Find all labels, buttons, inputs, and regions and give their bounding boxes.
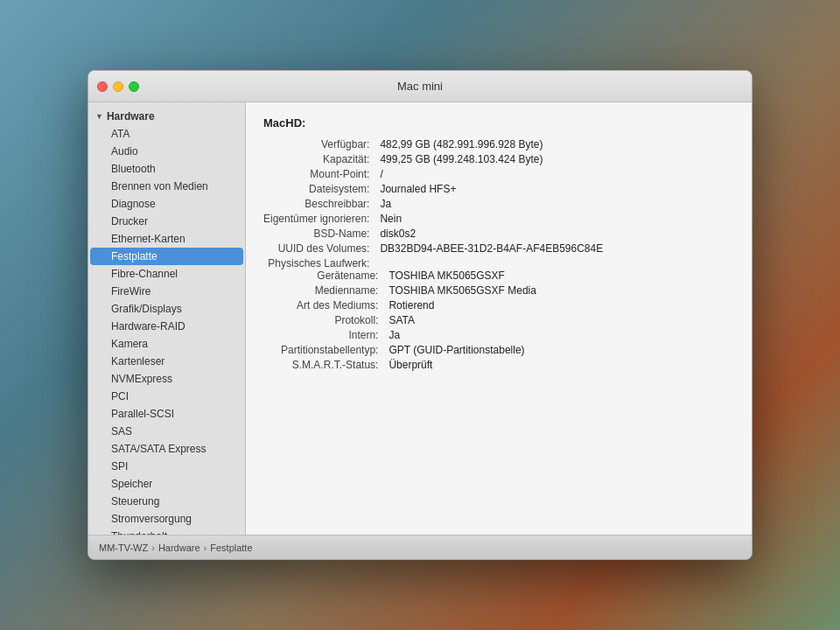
sidebar-item-grafik[interactable]: Grafik/Displays	[90, 300, 243, 318]
sub-label-art: Art des Mediums:	[281, 299, 378, 312]
sidebar-item-fibre[interactable]: Fibre-Channel	[90, 265, 243, 283]
sub-label-intern: Intern:	[281, 329, 378, 341]
sub-value-intern: Ja	[388, 329, 734, 341]
sidebar-item-audio[interactable]: Audio	[90, 143, 243, 160]
value-uuid: DB32BD94-ABEE-31D2-B4AF-AF4EB596C84E	[380, 242, 734, 255]
sidebar-item-stromversorgung[interactable]: Stromversorgung	[90, 510, 243, 528]
sidebar-item-ata[interactable]: ATA	[90, 125, 243, 143]
sidebar-item-kartenleser[interactable]: Kartenleser	[90, 353, 243, 370]
sub-label-geraetename: Gerätename:	[281, 270, 378, 282]
value-eigentuemer: Nein	[380, 213, 734, 225]
value-kapazitaet: 499,25 GB (499.248.103.424 Byte)	[380, 153, 734, 165]
sidebar-item-bluetooth[interactable]: Bluetooth	[90, 160, 243, 178]
titlebar: Mac mini	[88, 71, 752, 102]
sidebar-item-spi[interactable]: SPI	[90, 458, 243, 475]
sidebar-item-kamera[interactable]: Kamera	[90, 335, 243, 353]
sidebar-item-pci[interactable]: PCI	[90, 388, 243, 405]
value-beschreibbar: Ja	[380, 198, 734, 210]
label-dateisystem: Dateisystem:	[263, 183, 369, 195]
traffic-lights	[97, 81, 139, 92]
label-uuid: UUID des Volumes:	[263, 242, 369, 255]
minimize-button[interactable]	[113, 81, 123, 92]
sidebar-item-parallel-scsi[interactable]: Parallel-SCSI	[90, 405, 243, 423]
sub-label-smart: S.M.A.R.T.-Status:	[281, 359, 378, 371]
sidebar-item-brennen[interactable]: Brennen von Medien	[90, 178, 243, 195]
sub-value-art: Rotierend	[388, 299, 734, 312]
statusbar: MM-TV-WZ › Hardware › Festplatte	[88, 535, 752, 559]
sidebar: ▼ Hardware ATA Audio Bluetooth Brennen v…	[88, 102, 246, 535]
value-mount-point: /	[380, 168, 734, 180]
sub-label-partitionstyp: Partitionstabellentyp:	[281, 344, 378, 356]
window-title: Mac mini	[397, 80, 443, 93]
sub-info-grid: Gerätename: TOSHIBA MK5065GSXF Mediennam…	[263, 270, 734, 371]
sub-value-partitionstyp: GPT (GUID-Partitionstabelle)	[388, 344, 734, 356]
sub-value-protokoll: SATA	[388, 314, 734, 326]
sub-label-medienname: Medienname:	[281, 284, 378, 297]
sidebar-item-diagnose[interactable]: Diagnose	[90, 195, 243, 213]
label-bsd-name: BSD-Name:	[263, 228, 369, 240]
info-grid: Verfügbar: 482,99 GB (482.991.996.928 By…	[263, 138, 734, 270]
sub-value-medienname: TOSHIBA MK5065GSXF Media	[388, 284, 734, 297]
window-content: ▼ Hardware ATA Audio Bluetooth Brennen v…	[88, 102, 752, 535]
sidebar-item-thunderbolt[interactable]: Thunderbolt	[90, 528, 243, 535]
sub-value-smart: Überprüft	[388, 359, 734, 371]
sidebar-item-speicher[interactable]: Speicher	[90, 475, 243, 493]
sidebar-item-sas[interactable]: SAS	[90, 423, 243, 440]
maximize-button[interactable]	[129, 81, 139, 92]
label-eigentuemer: Eigentümer ignorieren:	[263, 213, 369, 225]
sidebar-item-hardware-raid[interactable]: Hardware-RAID	[90, 318, 243, 335]
sidebar-item-ethernet[interactable]: Ethernet-Karten	[90, 230, 243, 248]
section-title: MacHD:	[263, 116, 734, 130]
breadcrumb-hardware: Hardware	[158, 542, 200, 553]
breadcrumb-arrow-2: ›	[204, 542, 207, 553]
sidebar-item-nvmexpress[interactable]: NVMExpress	[90, 370, 243, 388]
sub-value-geraetename: TOSHIBA MK5065GSXF	[388, 270, 734, 282]
label-mount-point: Mount-Point:	[263, 168, 369, 180]
breadcrumb-festplatte: Festplatte	[210, 542, 252, 553]
value-physisches	[380, 257, 734, 270]
sidebar-item-festplatte[interactable]: Festplatte	[90, 248, 243, 265]
label-beschreibbar: Beschreibbar:	[263, 198, 369, 210]
system-info-window: Mac mini ▼ Hardware ATA Audio Bluetooth …	[88, 70, 752, 560]
label-physisches: Physisches Laufwerk:	[263, 257, 369, 270]
sidebar-item-firewire[interactable]: FireWire	[90, 283, 243, 300]
sidebar-item-sata[interactable]: SATA/SATA Express	[90, 440, 243, 458]
main-content-area: MacHD: Verfügbar: 482,99 GB (482.991.996…	[246, 102, 752, 535]
breadcrumb-computer: MM-TV-WZ	[99, 542, 148, 553]
value-verfuegbar: 482,99 GB (482.991.996.928 Byte)	[380, 138, 734, 150]
label-verfuegbar: Verfügbar:	[263, 138, 369, 150]
sidebar-item-drucker[interactable]: Drucker	[90, 213, 243, 230]
sidebar-item-steuerung[interactable]: Steuerung	[90, 493, 243, 510]
sidebar-section-hardware[interactable]: ▼ Hardware	[88, 108, 245, 125]
sub-label-protokoll: Protokoll:	[281, 314, 378, 326]
value-dateisystem: Journaled HFS+	[380, 183, 734, 195]
sidebar-hardware-label: Hardware	[107, 110, 155, 122]
label-kapazitaet: Kapazität:	[263, 153, 369, 165]
breadcrumb-arrow-1: ›	[151, 542, 155, 553]
close-button[interactable]	[97, 81, 108, 92]
value-bsd-name: disk0s2	[380, 228, 734, 240]
triangle-icon: ▼	[95, 112, 103, 121]
